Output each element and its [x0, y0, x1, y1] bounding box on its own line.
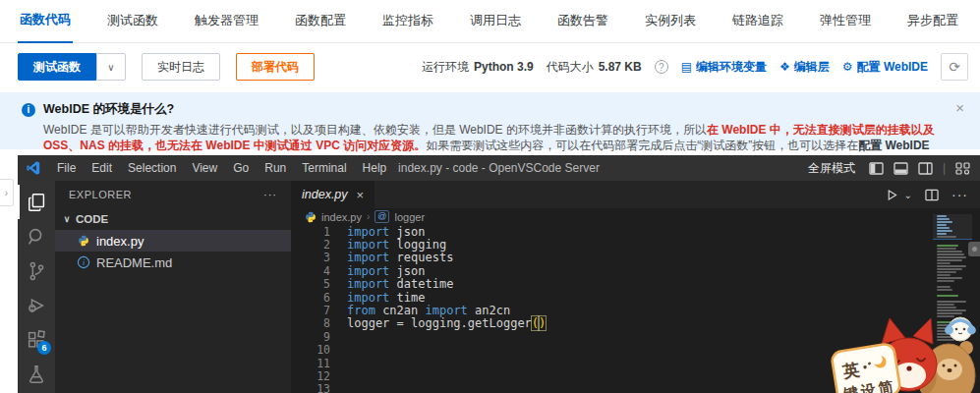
banner-text: 如果需要测试这些内容，可以在代码部署完成后点击“测试函数”按钮，也可以选择在 — [426, 139, 858, 152]
menu-file[interactable]: File — [49, 158, 84, 178]
search-icon[interactable] — [18, 219, 55, 253]
bubble-text-1: 英 — [840, 361, 861, 382]
assistant-mascot[interactable]: 英 键设简 — [831, 303, 980, 393]
file-tree: index.pyiREADME.md — [55, 230, 291, 273]
toggle-sidebar-icon[interactable] — [869, 162, 884, 175]
toggle-secondary-sidebar-icon[interactable] — [918, 162, 933, 175]
python-file-icon — [76, 234, 90, 249]
source-control-icon[interactable] — [18, 253, 55, 288]
console-tab[interactable]: 调用日志 — [468, 12, 523, 42]
run-python-file-icon[interactable] — [886, 189, 898, 201]
test-function-button[interactable]: 测试函数 — [18, 53, 96, 81]
console-tab-bar: 函数代码测试函数触发器管理函数配置监控指标调用日志函数告警实例列表链路追踪弹性管… — [0, 0, 980, 43]
banner-text: 配置 WebIDE — [858, 139, 929, 152]
code-token: logging — [389, 238, 446, 252]
run-debug-icon[interactable] — [18, 288, 55, 322]
file-row[interactable]: iREADME.md — [55, 252, 291, 273]
test-function-dropdown[interactable]: ∨ — [96, 53, 126, 81]
minimap-line — [937, 242, 970, 244]
line-content: logger = logging.getLogger() — [330, 316, 546, 330]
menu-edit[interactable]: Edit — [84, 158, 120, 178]
customize-layout-icon[interactable] — [955, 162, 970, 175]
toolbar-link[interactable]: ⚙配置 WebIDE — [842, 59, 928, 76]
console-tab[interactable]: 异步配置 — [905, 12, 960, 42]
ide-menubar: FileEditSelectionViewGoRunTerminalHelp — [49, 158, 394, 178]
line-number: 2 — [291, 238, 330, 252]
code-token: ) — [539, 316, 546, 330]
fullscreen-mode-button[interactable]: 全屏模式 — [808, 160, 855, 177]
panel-expander-button[interactable]: › — [0, 179, 14, 206]
minimap-line — [937, 251, 962, 253]
info-file-icon: i — [76, 255, 90, 270]
toolbar-link[interactable]: ❖编辑层 — [779, 59, 830, 76]
line-content: import logging — [330, 238, 446, 252]
code-line: 4import json — [291, 264, 980, 277]
minimap-line — [937, 268, 962, 270]
close-tab-icon[interactable]: × — [357, 188, 365, 202]
folder-row-code[interactable]: ∨ CODE — [55, 208, 291, 230]
console-tab[interactable]: 链路追踪 — [730, 12, 785, 42]
code-token: import — [347, 291, 389, 305]
minimap-line — [937, 259, 962, 261]
split-editor-icon[interactable] — [925, 189, 939, 201]
minimap-line — [937, 236, 956, 238]
menu-go[interactable]: Go — [225, 158, 257, 178]
menu-selection[interactable]: Selection — [120, 158, 184, 178]
menu-run[interactable]: Run — [257, 158, 294, 178]
code-token: import — [347, 238, 389, 252]
run-options-chevron-icon[interactable]: ⌄ — [904, 190, 912, 200]
minimap-line — [937, 215, 947, 217]
minimap-line — [937, 265, 966, 267]
editor-tab-indexpy[interactable]: index.py × — [291, 181, 375, 208]
breadcrumb-file[interactable]: index.py — [321, 211, 362, 223]
console-tab[interactable]: 监控指标 — [380, 12, 435, 42]
line-number: 5 — [291, 277, 330, 291]
minimap-line — [937, 298, 970, 300]
console-tab[interactable]: 函数配置 — [293, 12, 348, 42]
console-tab[interactable]: 函数代码 — [18, 11, 73, 43]
console-tab[interactable]: 实例列表 — [643, 12, 698, 42]
testing-icon[interactable] — [18, 357, 55, 391]
banner-text: WebIDE 是可以帮助开发者快速进行代码测试，以及项目构建、依赖安装，但是 W… — [43, 123, 707, 137]
close-icon[interactable]: × — [955, 100, 964, 115]
line-number: 4 — [291, 264, 330, 278]
realtime-log-button[interactable]: 实时日志 — [142, 53, 220, 81]
console-tab[interactable]: 测试函数 — [105, 12, 160, 42]
console-tab[interactable]: 触发器管理 — [193, 12, 260, 42]
breadcrumb-symbol[interactable]: logger — [394, 211, 425, 223]
console-tab[interactable]: 弹性管理 — [818, 12, 873, 42]
extensions-badge: 6 — [37, 341, 51, 355]
minimap-line — [937, 230, 952, 232]
minimap-line — [937, 245, 958, 247]
minimap-line — [937, 271, 956, 273]
console-tab[interactable]: 函数告警 — [555, 12, 610, 42]
menu-terminal[interactable]: Terminal — [294, 158, 354, 178]
explorer-more-icon[interactable]: ··· — [263, 189, 277, 200]
refresh-button[interactable]: ⟳ — [941, 53, 968, 81]
more-actions-icon[interactable]: ··· — [951, 187, 968, 202]
extensions-icon[interactable]: 6 — [18, 322, 55, 357]
minimap-line — [937, 277, 962, 279]
toggle-panel-icon[interactable] — [894, 162, 908, 175]
breadcrumb[interactable]: index.py › @ logger — [291, 208, 980, 225]
minimap-line — [937, 218, 950, 220]
code-line: 1import json — [291, 225, 980, 238]
toolbar-links: ▤编辑环境变量❖编辑层⚙配置 WebIDE — [681, 59, 928, 76]
toolbar-link[interactable]: ▤编辑环境变量 — [681, 59, 767, 76]
minimap-line — [937, 233, 947, 235]
menu-view[interactable]: View — [184, 158, 225, 178]
explorer-icon[interactable] — [18, 185, 55, 219]
code-token: import — [347, 251, 389, 264]
minimap-line — [937, 221, 952, 223]
menu-help[interactable]: Help — [355, 158, 395, 178]
code-token: import — [347, 225, 389, 239]
deploy-code-button[interactable]: 部署代码 — [236, 53, 315, 81]
line-number: 6 — [291, 291, 330, 305]
headphones-character — [945, 317, 976, 341]
code-token: an2cn — [468, 304, 510, 317]
help-icon[interactable]: ? — [655, 60, 668, 74]
variable-symbol-icon: @ — [375, 210, 389, 223]
resize-grip[interactable] — [968, 242, 980, 256]
file-row[interactable]: index.py — [55, 230, 291, 252]
code-token: cn2an — [375, 304, 426, 317]
